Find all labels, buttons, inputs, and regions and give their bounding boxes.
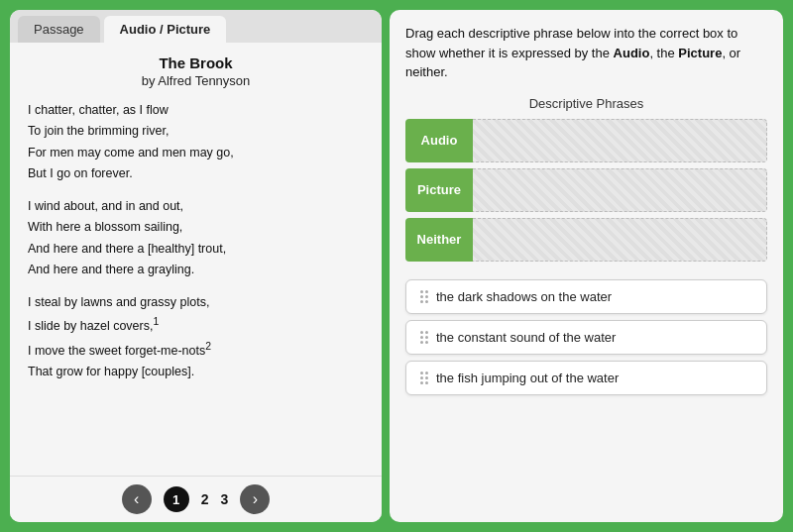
drop-zone-picture[interactable]	[473, 168, 767, 212]
poem-stanza-3: I steal by lawns and grassy plots, I sli…	[28, 292, 364, 382]
drag-handle-3	[420, 372, 428, 384]
drop-label-neither: Neither	[405, 218, 473, 262]
drop-row-picture: Picture	[405, 168, 767, 212]
tab-passage[interactable]: Passage	[18, 16, 100, 43]
drop-zone-neither[interactable]	[473, 218, 767, 262]
drop-zone-audio[interactable]	[473, 119, 767, 162]
poem-title: The Brook	[28, 54, 364, 71]
drag-handle-1	[420, 290, 428, 303]
left-panel: Passage Audio / Picture The Brook by Alf…	[10, 10, 382, 522]
drop-label-audio: Audio	[405, 119, 473, 162]
left-footer: ‹ 1 2 3 ›	[10, 476, 382, 522]
main-container: Passage Audio / Picture The Brook by Alf…	[10, 10, 783, 522]
page-1[interactable]: 1	[164, 486, 189, 512]
phrase-chip-3-text: the fish jumping out of the water	[436, 371, 619, 385]
poem-stanza-2: I wind about, and in and out, With here …	[28, 196, 364, 280]
phrase-chip-1[interactable]: the dark shadows on the water	[405, 279, 767, 314]
phrase-chip-1-text: the dark shadows on the water	[436, 289, 612, 304]
drag-section: Descriptive Phrases Audio Picture Neithe…	[405, 96, 767, 509]
page-3[interactable]: 3	[221, 491, 229, 507]
page-2[interactable]: 2	[201, 491, 209, 507]
poem-author: by Alfred Tennyson	[28, 73, 364, 88]
poem-stanza-1: I chatter, chatter, as I flow To join th…	[28, 100, 364, 184]
phrase-chip-2-text: the constant sound of the water	[436, 330, 616, 345]
tab-audio-picture[interactable]: Audio / Picture	[104, 16, 227, 43]
prev-button[interactable]: ‹	[122, 484, 152, 514]
right-panel: Drag each descriptive phrase below into …	[390, 10, 783, 522]
descriptive-phrases-header: Descriptive Phrases	[405, 96, 767, 111]
drop-row-audio: Audio	[405, 119, 767, 162]
drop-zones-container: Audio Picture Neither	[405, 119, 767, 262]
phrase-chip-2[interactable]: the constant sound of the water	[405, 320, 767, 355]
drop-row-neither: Neither	[405, 218, 767, 262]
next-button[interactable]: ›	[240, 484, 270, 514]
tabs-bar: Passage Audio / Picture	[10, 10, 382, 43]
drag-handle-2	[420, 331, 428, 344]
drop-label-picture: Picture	[405, 168, 473, 212]
phrase-chip-3[interactable]: the fish jumping out of the water	[405, 361, 767, 395]
phrase-chips-container: the dark shadows on the water the consta…	[405, 279, 767, 395]
passage-content: The Brook by Alfred Tennyson I chatter, …	[10, 43, 382, 476]
instructions-text: Drag each descriptive phrase below into …	[405, 24, 767, 82]
